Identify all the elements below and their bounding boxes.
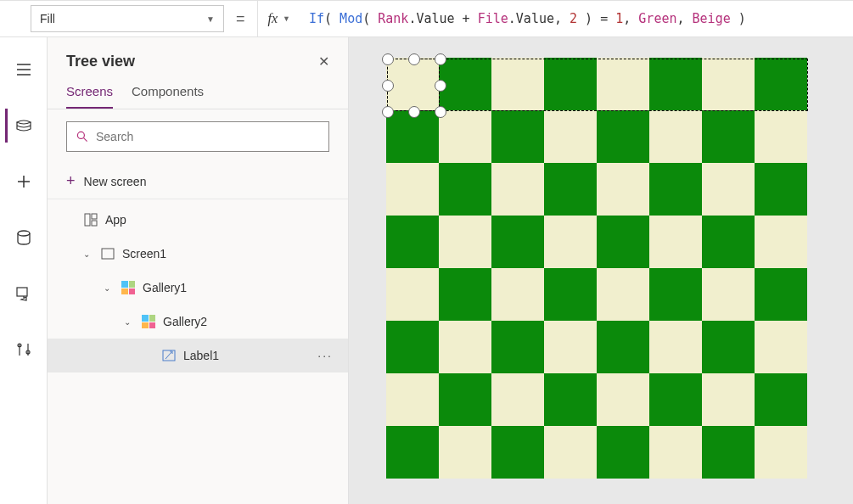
svg-rect-4 (92, 214, 97, 219)
tree-label: Gallery2 (163, 315, 207, 328)
label-icon (161, 348, 177, 363)
board-square[interactable] (649, 321, 702, 373)
more-icon[interactable]: ··· (317, 349, 333, 362)
board-square[interactable] (597, 426, 649, 479)
board-square[interactable] (649, 426, 702, 479)
board-square[interactable] (702, 163, 755, 216)
resize-handle[interactable] (408, 106, 420, 118)
board-square[interactable] (649, 373, 702, 426)
board-square[interactable] (649, 268, 702, 321)
board-square[interactable] (544, 373, 597, 426)
board-square[interactable] (439, 426, 491, 479)
search-box[interactable] (66, 121, 329, 152)
media-button[interactable] (7, 277, 41, 311)
board-square[interactable] (386, 216, 439, 268)
tab-screens[interactable]: Screens (66, 84, 113, 109)
board-square[interactable] (544, 58, 597, 110)
board-square[interactable] (597, 321, 649, 373)
board-square[interactable] (649, 163, 702, 216)
resize-handle[interactable] (408, 53, 420, 65)
tree-item-screen1[interactable]: ⌄ Screen1 (48, 237, 348, 271)
resize-handle[interactable] (382, 80, 394, 92)
board-square[interactable] (755, 58, 807, 110)
board-square[interactable] (702, 110, 755, 163)
new-screen-button[interactable]: + New screen (48, 164, 348, 199)
board-square[interactable] (755, 216, 807, 268)
board-square[interactable] (597, 216, 649, 268)
tree-view-button[interactable] (5, 109, 39, 143)
board-square[interactable] (439, 268, 491, 321)
tools-button[interactable] (7, 333, 41, 367)
board-square[interactable] (702, 373, 755, 426)
board-square[interactable] (649, 110, 702, 163)
data-button[interactable] (7, 221, 41, 255)
board-square[interactable] (491, 110, 544, 163)
tree-item-gallery2[interactable]: ⌄ Gallery2 (48, 305, 348, 339)
board-square[interactable] (439, 373, 491, 426)
board-square[interactable] (597, 58, 649, 110)
board-square[interactable] (439, 58, 491, 110)
board-square[interactable] (755, 110, 807, 163)
tree-item-app[interactable]: App (48, 203, 348, 237)
board-square[interactable] (439, 321, 491, 373)
resize-handle[interactable] (382, 106, 394, 118)
board-square[interactable] (649, 58, 702, 110)
board-square[interactable] (544, 163, 597, 216)
tree-item-gallery1[interactable]: ⌄ Gallery1 (48, 271, 348, 305)
board-square[interactable] (702, 426, 755, 479)
board-square[interactable] (755, 268, 807, 321)
board-square[interactable] (491, 216, 544, 268)
board-square[interactable] (491, 426, 544, 479)
board-square[interactable] (702, 321, 755, 373)
resize-handle[interactable] (382, 53, 394, 65)
tab-components[interactable]: Components (132, 84, 204, 109)
board-square[interactable] (649, 216, 702, 268)
board-square[interactable] (597, 110, 649, 163)
close-icon[interactable]: ✕ (318, 53, 329, 70)
board-square[interactable] (386, 373, 439, 426)
board-square[interactable] (386, 321, 439, 373)
board-square[interactable] (544, 426, 597, 479)
board-square[interactable] (386, 110, 439, 163)
board-square[interactable] (755, 373, 807, 426)
property-dropdown[interactable]: Fill ▼ (31, 5, 224, 32)
board-square[interactable] (386, 426, 439, 479)
board-square[interactable] (597, 268, 649, 321)
resize-handle[interactable] (435, 80, 446, 92)
selection-outline[interactable] (387, 59, 440, 111)
board-square[interactable] (544, 321, 597, 373)
board-square[interactable] (491, 373, 544, 426)
canvas[interactable] (386, 58, 807, 479)
board-square[interactable] (386, 268, 439, 321)
board-square[interactable] (439, 163, 491, 216)
board-square[interactable] (491, 58, 544, 110)
screen-icon (100, 246, 115, 261)
board-square[interactable] (439, 216, 491, 268)
tree-item-label1[interactable]: Label1 ··· (48, 339, 348, 372)
canvas-area[interactable] (349, 37, 853, 504)
formula-bar[interactable]: If( Mod( Rank.Value + File.Value, 2 ) = … (300, 0, 853, 37)
board-square[interactable] (386, 163, 439, 216)
board-square[interactable] (491, 163, 544, 216)
board-square[interactable] (544, 110, 597, 163)
insert-button[interactable] (7, 165, 41, 199)
board-square[interactable] (439, 110, 491, 163)
board-square[interactable] (544, 268, 597, 321)
resize-handle[interactable] (435, 106, 446, 118)
hamburger-button[interactable] (7, 53, 41, 87)
board-square[interactable] (755, 426, 807, 479)
board-square[interactable] (755, 321, 807, 373)
board-square[interactable] (702, 216, 755, 268)
board-square[interactable] (597, 373, 649, 426)
search-input[interactable] (96, 130, 320, 143)
board-square[interactable] (755, 163, 807, 216)
fx-button[interactable]: fx ▼ (257, 0, 300, 37)
board-square[interactable] (544, 216, 597, 268)
svg-rect-1 (17, 288, 27, 296)
board-square[interactable] (597, 163, 649, 216)
board-square[interactable] (702, 268, 755, 321)
board-square[interactable] (702, 58, 755, 110)
resize-handle[interactable] (435, 53, 446, 65)
board-square[interactable] (491, 321, 544, 373)
board-square[interactable] (491, 268, 544, 321)
